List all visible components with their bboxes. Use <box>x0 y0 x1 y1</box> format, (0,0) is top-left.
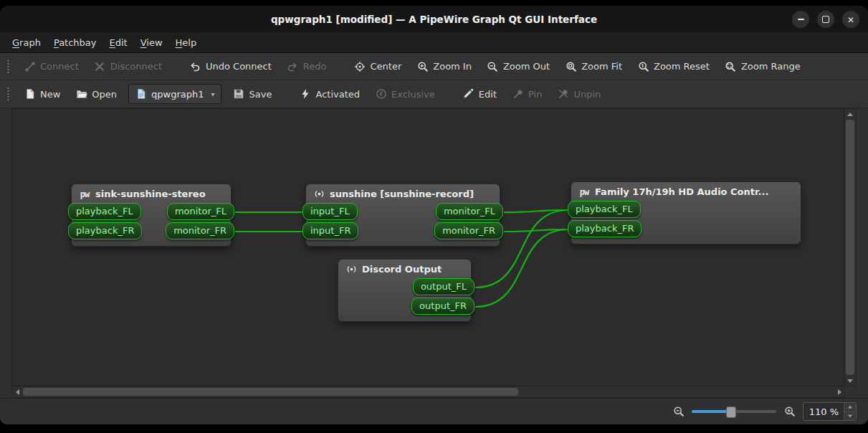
port-monitor_FL[interactable]: monitor_FL <box>167 203 234 220</box>
activated-button[interactable]: Activated <box>293 85 367 103</box>
zoom-slider-fill <box>692 410 730 413</box>
menu-help[interactable]: Help <box>169 34 204 51</box>
new-button[interactable]: New <box>17 85 67 103</box>
scroll-left-button[interactable] <box>12 386 22 397</box>
zoom-in-icon[interactable] <box>783 406 796 418</box>
save-button[interactable]: Save <box>226 85 279 103</box>
unpin-button[interactable]: Unpin <box>550 85 607 103</box>
horizontal-scroll-thumb[interactable] <box>23 388 518 396</box>
menu-edit[interactable]: Edit <box>103 34 134 51</box>
port-output_FR[interactable]: output_FR <box>411 298 474 315</box>
horizontal-scrollbar[interactable] <box>11 386 845 398</box>
node-header[interactable]: pwsink-sunshine-stereo <box>72 184 231 201</box>
edit-button[interactable]: Edit <box>456 85 503 103</box>
zoom-reset-label: Zoom Reset <box>654 61 710 72</box>
menu-graph[interactable]: Graph <box>6 34 47 51</box>
port-input_FL[interactable]: input_FL <box>302 203 358 220</box>
patchbay-combo-value: qpwgraph1 <box>151 89 204 100</box>
arrow-up-icon <box>847 113 853 116</box>
patchbay-combo[interactable]: qpwgraph1▾ <box>128 84 221 104</box>
scroll-down-button[interactable] <box>844 376 856 386</box>
pw-icon: pw <box>79 189 90 199</box>
port-playback_FL[interactable]: playback_FL <box>568 201 641 218</box>
titlebar[interactable]: qpwgraph1 [modified] — A PipeWire Graph … <box>0 6 868 32</box>
port-input_FR[interactable]: input_FR <box>302 222 358 239</box>
zoom-out-button[interactable]: Zoom Out <box>480 57 556 75</box>
port-monitor_FR[interactable]: monitor_FR <box>166 222 234 239</box>
maximize-icon <box>822 16 829 23</box>
graph-node-discord-output[interactable]: Discord Outputoutput_FLoutput_FR <box>338 259 472 322</box>
node-header[interactable]: pwFamily 17h/19h HD Audio Contr... <box>571 182 801 199</box>
port-playback_FR[interactable]: playback_FR <box>68 222 142 239</box>
toolbar-handle[interactable] <box>6 59 10 75</box>
node-header[interactable]: sunshine [sunshine-record] <box>306 184 500 201</box>
toolbar-spacer <box>335 66 345 67</box>
undo-icon <box>189 60 201 72</box>
zoom-spinbox[interactable]: 110 % <box>803 402 857 421</box>
port-output_FL[interactable]: output_FL <box>413 278 474 295</box>
center-button[interactable]: Center <box>348 57 409 75</box>
zoom-spin-down-button[interactable] <box>844 411 856 421</box>
node-title: sunshine [sunshine-record] <box>330 189 474 199</box>
maximize-button[interactable] <box>817 11 834 28</box>
open-icon <box>75 88 87 100</box>
open-button[interactable]: Open <box>69 85 123 103</box>
chevron-down-icon: ▾ <box>211 90 215 98</box>
zoom-in-label: Zoom In <box>433 61 472 72</box>
vertical-scroll-thumb[interactable] <box>846 120 854 375</box>
exclusive-icon <box>375 88 387 100</box>
node-title: Family 17h/19h HD Audio Contr... <box>595 186 768 197</box>
close-button[interactable]: ✕ <box>842 11 859 28</box>
pin-button[interactable]: Pin <box>505 85 548 103</box>
toolbar-handle[interactable] <box>6 86 10 102</box>
disconnect-button[interactable]: Disconnect <box>87 57 168 75</box>
exclusive-button[interactable]: Exclusive <box>368 85 442 103</box>
node-header[interactable]: Discord Output <box>338 260 471 277</box>
pin-label: Pin <box>528 89 542 100</box>
port-monitor_FL[interactable]: monitor_FL <box>436 203 503 220</box>
center-label: Center <box>371 61 402 72</box>
scroll-up-button[interactable] <box>844 109 856 119</box>
horizontal-scroll-track[interactable] <box>22 386 834 397</box>
save-label: Save <box>249 89 272 100</box>
redo-icon <box>287 60 299 72</box>
zoom-reset-button[interactable]: Zoom Reset <box>631 57 716 75</box>
connect-button[interactable]: Connect <box>17 57 85 75</box>
minimize-button[interactable] <box>792 11 809 28</box>
port-playback_FL[interactable]: playback_FL <box>68 203 141 220</box>
zoom-reset-icon <box>637 60 649 72</box>
activated-label: Activated <box>316 89 361 100</box>
zoom-out-icon[interactable] <box>672 406 685 418</box>
undo-connect-button[interactable]: Undo Connect <box>183 57 278 75</box>
zoom-range-button[interactable]: Zoom Range <box>718 57 807 75</box>
scroll-right-button[interactable] <box>834 386 844 397</box>
zoom-out-icon <box>487 60 499 72</box>
menu-view[interactable]: View <box>134 34 169 51</box>
redo-button[interactable]: Redo <box>280 57 333 75</box>
vertical-scrollbar[interactable] <box>844 108 857 386</box>
menu-patchbay[interactable]: Patchbay <box>47 34 103 51</box>
new-icon <box>24 88 36 100</box>
center-icon <box>354 60 366 72</box>
zoom-fit-button[interactable]: Zoom Fit <box>558 57 629 75</box>
menubar: GraphPatchbayEditViewHelp <box>0 32 868 53</box>
zoom-slider[interactable] <box>692 406 776 417</box>
zoom-slider-handle[interactable] <box>726 406 736 418</box>
port-playback_FR[interactable]: playback_FR <box>568 220 642 237</box>
graph-node-sink-sunshine-stereo[interactable]: pwsink-sunshine-stereoplayback_FLplaybac… <box>71 184 232 247</box>
zoom-spin-up-button[interactable] <box>844 403 856 411</box>
zoom-range-icon <box>725 60 737 72</box>
graph-canvas[interactable]: pwsink-sunshine-stereoplayback_FLplaybac… <box>11 108 844 386</box>
vertical-scroll-track[interactable] <box>844 119 856 376</box>
graph-node-sunshine[interactable]: sunshine [sunshine-record]input_FLinput_… <box>305 184 500 247</box>
graph-node-family-hd-audio[interactable]: pwFamily 17h/19h HD Audio Contr...playba… <box>571 181 801 244</box>
window-controls: ✕ <box>792 11 859 28</box>
pin-icon <box>512 88 524 100</box>
zoom-value: 110 % <box>803 403 844 420</box>
zoom-in-button[interactable]: Zoom In <box>410 57 478 75</box>
close-icon: ✕ <box>847 12 854 26</box>
port-monitor_FR[interactable]: monitor_FR <box>434 222 503 239</box>
toolbar-spacer <box>171 66 181 67</box>
zoom-in-icon <box>416 60 429 72</box>
toolbar-graph: ConnectDisconnectUndo ConnectRedoCenterZ… <box>0 53 868 80</box>
